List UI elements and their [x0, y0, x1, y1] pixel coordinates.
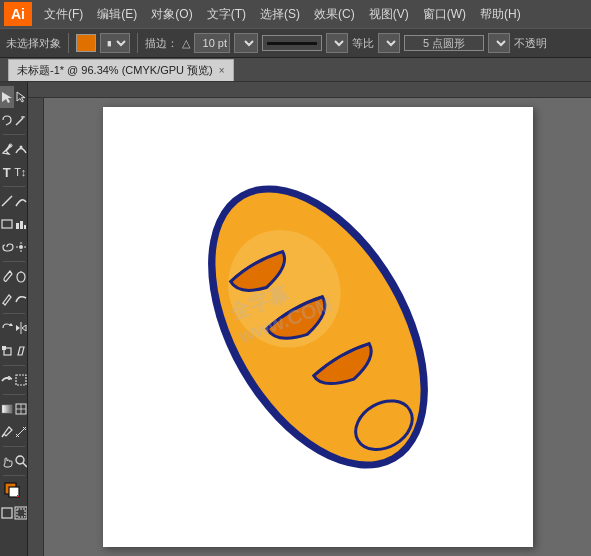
- svg-line-26: [2, 434, 4, 437]
- tool-row-spiral: [0, 236, 27, 258]
- chart-tool[interactable]: [14, 213, 28, 235]
- canvas-scroll[interactable]: 全字幕www.COM: [44, 98, 591, 556]
- brush-preview: 5 点圆形: [404, 35, 484, 51]
- ruler-top: [28, 82, 591, 98]
- stroke-style-select[interactable]: ▼: [326, 33, 348, 53]
- curvature-tool[interactable]: [14, 138, 28, 160]
- direct-selection-tool[interactable]: [14, 86, 28, 108]
- menu-help[interactable]: 帮助(H): [474, 4, 527, 25]
- bread-illustration: [158, 147, 478, 507]
- flare-tool[interactable]: [14, 236, 28, 258]
- stroke-unit-select[interactable]: ▼: [234, 33, 258, 53]
- options-toolbar: 未选择对象 ■ 描边： △ ▼ ▼ 等比 ▼ 5 点圆形 ▼ 不透明: [0, 28, 591, 58]
- opacity-label: 不透明: [514, 36, 547, 51]
- artboard-container: 全字幕www.COM: [44, 98, 591, 556]
- svg-point-10: [19, 245, 23, 249]
- rotate-tool[interactable]: [0, 317, 14, 339]
- eyedropper-tool[interactable]: [0, 421, 14, 443]
- menu-text[interactable]: 文字(T): [201, 4, 252, 25]
- arc-tool[interactable]: [14, 190, 28, 212]
- measure-tool[interactable]: [14, 421, 28, 443]
- rect-tool[interactable]: [0, 213, 14, 235]
- spiral-tool[interactable]: [0, 236, 14, 258]
- reflect-tool[interactable]: [14, 317, 28, 339]
- lasso-tool[interactable]: [0, 109, 14, 131]
- menu-effect[interactable]: 效果(C): [308, 4, 361, 25]
- tool-sep-2: [3, 186, 25, 187]
- svg-rect-9: [24, 225, 26, 229]
- svg-rect-21: [16, 375, 26, 385]
- tool-row-gradient: [0, 398, 27, 420]
- object-label: 未选择对象: [6, 36, 61, 51]
- menu-window[interactable]: 窗口(W): [417, 4, 472, 25]
- stroke-label: 描边：: [145, 36, 178, 51]
- vertical-type-tool[interactable]: T↕: [14, 161, 28, 183]
- fill-type-select[interactable]: ■: [100, 33, 130, 53]
- stroke-icon: △: [182, 37, 190, 50]
- mesh-tool[interactable]: [14, 398, 28, 420]
- vtype-icon: T↕: [14, 166, 26, 178]
- tool-row-rotate: [0, 317, 27, 339]
- svg-line-31: [23, 463, 27, 467]
- tool-row-selection: [0, 86, 27, 108]
- tab-close-button[interactable]: ×: [219, 65, 225, 76]
- svg-rect-22: [2, 405, 12, 413]
- tool-row-pencil: [0, 288, 27, 310]
- ruler-left: [28, 98, 44, 556]
- tool-row-pen: [0, 138, 27, 160]
- menu-object[interactable]: 对象(O): [145, 4, 198, 25]
- scale-tool[interactable]: [0, 340, 14, 362]
- tool-row-warp: [0, 369, 27, 391]
- brush-select[interactable]: ▼: [488, 33, 510, 53]
- artboard: 全字幕www.COM: [103, 107, 533, 547]
- paintbrush-tool[interactable]: [0, 265, 14, 287]
- main-layout: T T↕: [0, 82, 591, 556]
- pencil-tool[interactable]: [0, 288, 14, 310]
- svg-rect-37: [17, 509, 25, 517]
- fill-color-swatch[interactable]: [76, 34, 96, 52]
- draw-normal[interactable]: [0, 502, 14, 524]
- document-tab[interactable]: 未标题-1* @ 96.34% (CMYK/GPU 预览) ×: [8, 59, 234, 81]
- draw-inside[interactable]: [14, 502, 28, 524]
- menu-edit[interactable]: 编辑(E): [91, 4, 143, 25]
- canvas-area[interactable]: 全字幕www.COM: [28, 82, 591, 556]
- app-logo: Ai: [4, 2, 32, 26]
- smooth-tool[interactable]: [14, 288, 28, 310]
- stroke-preview: [262, 35, 322, 51]
- warp-tool[interactable]: [0, 369, 14, 391]
- type-tool[interactable]: T: [0, 161, 14, 183]
- size-select[interactable]: ▼: [378, 33, 400, 53]
- svg-point-15: [17, 272, 25, 282]
- tool-row-zoom: [0, 450, 27, 472]
- type-icon: T: [3, 165, 11, 180]
- menu-file[interactable]: 文件(F): [38, 4, 89, 25]
- tool-sep-bottom: [3, 475, 25, 476]
- hand-tool[interactable]: [0, 450, 14, 472]
- menu-bar: 文件(F) 编辑(E) 对象(O) 文字(T) 选择(S) 效果(C) 视图(V…: [38, 4, 527, 25]
- line-tool[interactable]: [0, 190, 14, 212]
- blob-brush-tool[interactable]: [14, 265, 28, 287]
- tool-sep-4: [3, 313, 25, 314]
- tool-sep-7: [3, 446, 25, 447]
- tool-row-eyedropper: [0, 421, 27, 443]
- shear-tool[interactable]: [14, 340, 28, 362]
- svg-point-4: [20, 146, 23, 149]
- svg-rect-8: [20, 221, 23, 229]
- menu-select[interactable]: 选择(S): [254, 4, 306, 25]
- svg-line-0: [16, 118, 23, 125]
- zoom-tool[interactable]: [14, 450, 28, 472]
- fill-color-tool[interactable]: [0, 479, 24, 501]
- svg-rect-35: [2, 508, 12, 518]
- pen-tool[interactable]: [0, 138, 14, 160]
- magic-wand-tool[interactable]: [14, 109, 28, 131]
- tool-row-rect: [0, 213, 27, 235]
- free-transform-tool[interactable]: [14, 369, 28, 391]
- stroke-line: [267, 42, 317, 45]
- menu-view[interactable]: 视图(V): [363, 4, 415, 25]
- gradient-tool[interactable]: [0, 398, 14, 420]
- svg-rect-6: [2, 220, 12, 228]
- stroke-value-input[interactable]: [194, 33, 230, 53]
- tool-row-colors: [0, 479, 27, 501]
- tools-panel: T T↕: [0, 82, 28, 556]
- selection-tool[interactable]: [0, 86, 14, 108]
